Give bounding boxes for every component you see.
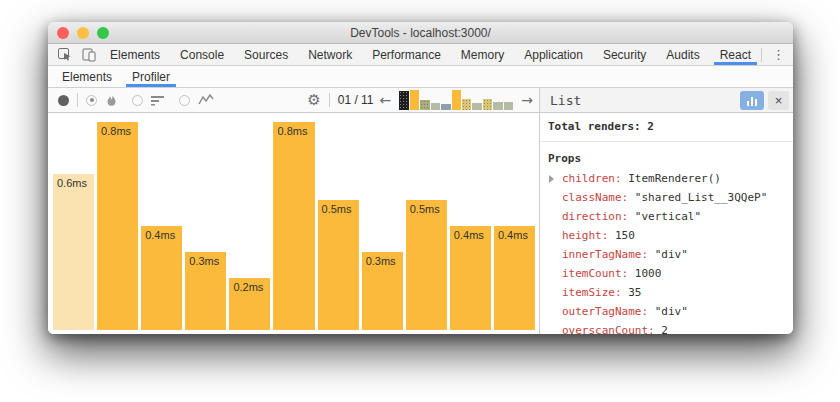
commit-bar-label: 0.4ms	[145, 229, 175, 241]
commit-bar-label: 0.3ms	[189, 255, 219, 267]
subtab-elements[interactable]: Elements	[52, 66, 122, 87]
prop-value: 35	[622, 286, 642, 299]
prop-row-children[interactable]: children: ItemRenderer()	[540, 169, 793, 188]
tab-sources[interactable]: Sources	[234, 44, 298, 65]
prop-row-itemSize[interactable]: itemSize: 35	[540, 283, 793, 302]
ranked-chart-icon[interactable]	[151, 94, 165, 106]
close-window-button[interactable]	[57, 27, 69, 39]
interactions-radio[interactable]	[179, 95, 190, 106]
divider	[761, 48, 762, 62]
prop-value: "shared_List__3QQeP"	[628, 191, 767, 204]
commit-bar[interactable]: 0.4ms	[494, 226, 535, 330]
zoom-window-button[interactable]	[97, 27, 109, 39]
commit-bar-label: 0.4ms	[454, 229, 484, 241]
prop-key: itemSize:	[562, 286, 622, 299]
render-chart-button[interactable]	[740, 91, 764, 110]
snapshot-mini-bar[interactable]	[431, 103, 440, 110]
tab-memory[interactable]: Memory	[451, 44, 514, 65]
commit-bar[interactable]: 0.3ms	[362, 252, 403, 330]
tab-application[interactable]: Application	[514, 44, 593, 65]
snapshot-mini-bar-selected[interactable]	[399, 91, 408, 110]
tab-audits[interactable]: Audits	[656, 44, 709, 65]
snapshot-mini-bar[interactable]	[472, 103, 481, 110]
flamegraph-icon[interactable]	[105, 93, 118, 107]
titlebar[interactable]: DevTools - localhost:3000/	[48, 22, 793, 44]
subtab-profiler[interactable]: Profiler	[122, 66, 180, 87]
divider	[329, 93, 330, 107]
interactions-chart-icon[interactable]	[198, 94, 214, 106]
snapshot-counter: 01 / 11	[338, 93, 374, 107]
prop-row-outerTagName[interactable]: outerTagName: "div"	[540, 302, 793, 321]
window-title: DevTools - localhost:3000/	[350, 26, 491, 40]
close-panel-button[interactable]: ×	[768, 91, 789, 110]
commit-bar[interactable]: 0.8ms	[273, 122, 314, 330]
prop-key: itemCount:	[562, 267, 628, 280]
commit-bar[interactable]: 0.5ms	[406, 200, 447, 330]
commit-bars: 0.6ms0.8ms0.4ms0.3ms0.2ms0.8ms0.5ms0.3ms…	[53, 122, 535, 330]
snapshot-mini-bar[interactable]	[483, 99, 492, 110]
device-toolbar-icon[interactable]	[82, 48, 96, 62]
commit-bar-label: 0.3ms	[366, 255, 396, 267]
snapshot-mini-bar[interactable]	[493, 102, 502, 110]
tab-elements[interactable]: Elements	[100, 44, 170, 65]
devtools-window: DevTools - localhost:3000/ ElementsConso…	[48, 22, 793, 334]
record-button[interactable]	[58, 95, 69, 106]
settings-gear-icon[interactable]: ⚙	[307, 93, 320, 108]
prop-row-height[interactable]: height: 150	[540, 226, 793, 245]
tab-console[interactable]: Console	[170, 44, 234, 65]
commit-bar[interactable]: 0.6ms	[53, 174, 94, 330]
tab-security[interactable]: Security	[593, 44, 656, 65]
prop-row-overscanCount[interactable]: overscanCount: 2	[540, 321, 793, 334]
snapshot-mini-bar[interactable]	[462, 99, 471, 110]
devtools-tabbar: ElementsConsoleSourcesNetworkPerformance…	[48, 44, 793, 66]
bar-chart-icon	[751, 97, 753, 106]
prop-key: children:	[562, 172, 622, 185]
commit-bar[interactable]: 0.2ms	[229, 278, 270, 330]
prop-row-itemCount[interactable]: itemCount: 1000	[540, 264, 793, 283]
snapshot-mini-bar[interactable]	[452, 90, 461, 110]
prop-row-className[interactable]: className: "shared_List__3QQeP"	[540, 188, 793, 207]
flamegraph-radio[interactable]	[86, 95, 97, 106]
more-options-icon[interactable]: ⋮	[772, 50, 785, 60]
prop-value: ItemRenderer()	[622, 172, 721, 185]
profiler-pane: ⚙ 01 / 11 ← → 0.6ms0.8ms0.4ms0.3ms0.2ms0…	[48, 88, 540, 334]
total-renders-label: Total renders:	[548, 120, 641, 133]
snapshot-mini-bar[interactable]	[504, 102, 513, 110]
commit-bar[interactable]: 0.8ms	[97, 122, 138, 330]
inspect-element-icon[interactable]	[58, 48, 72, 62]
details-panel-body: Total renders: 2 Props children: ItemRen…	[540, 113, 793, 334]
minimize-window-button[interactable]	[77, 27, 89, 39]
prop-key: height:	[562, 229, 608, 242]
previous-snapshot-icon[interactable]: ←	[380, 93, 392, 107]
snapshot-mini-bar[interactable]	[441, 104, 450, 110]
snapshot-mini-bar[interactable]	[420, 100, 429, 110]
traffic-lights	[57, 27, 109, 39]
commit-bar[interactable]: 0.5ms	[318, 200, 359, 330]
react-subtabs: ElementsProfiler	[48, 66, 793, 88]
snapshot-mini-bar[interactable]	[410, 90, 419, 110]
commit-bar[interactable]: 0.4ms	[141, 226, 182, 330]
commit-bar-label: 0.4ms	[498, 229, 528, 241]
commit-bar[interactable]: 0.4ms	[450, 226, 491, 330]
prop-value: "div"	[648, 305, 688, 318]
ranked-radio[interactable]	[132, 95, 143, 106]
snapshot-selector[interactable]	[399, 90, 513, 110]
tab-performance[interactable]: Performance	[362, 44, 451, 65]
bar-chart-icon	[747, 101, 749, 106]
total-renders-value: 2	[647, 120, 654, 133]
next-snapshot-icon[interactable]: →	[521, 93, 533, 107]
props-section-title: Props	[540, 142, 793, 169]
expand-triangle-icon[interactable]	[549, 175, 554, 183]
prop-key: overscanCount:	[562, 324, 655, 334]
prop-value: 150	[608, 229, 635, 242]
tab-react[interactable]: React	[710, 44, 761, 65]
commit-chart: 0.6ms0.8ms0.4ms0.3ms0.2ms0.8ms0.5ms0.3ms…	[48, 113, 539, 334]
tab-network[interactable]: Network	[298, 44, 362, 65]
prop-row-direction[interactable]: direction: "vertical"	[540, 207, 793, 226]
prop-value: 2	[655, 324, 668, 334]
details-panel-header: List ×	[540, 88, 793, 113]
component-details-panel: List × Total renders: 2 Props children: …	[540, 88, 793, 334]
prop-row-innerTagName[interactable]: innerTagName: "div"	[540, 245, 793, 264]
commit-bar[interactable]: 0.3ms	[185, 252, 226, 330]
commit-bar-label: 0.5ms	[322, 203, 352, 215]
